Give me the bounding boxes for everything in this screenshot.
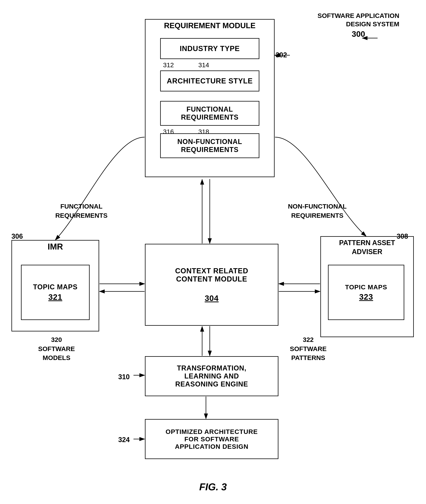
imr-label: IMR — [11, 242, 99, 251]
software-patterns-num: 322 — [290, 335, 327, 344]
transform-label: TRANSFORMATION,LEARNING ANDREASONING ENG… — [175, 364, 248, 388]
non-func-req-connection-label: NON-FUNCTIONALREQUIREMENTS — [288, 202, 347, 220]
transform-engine-box: TRANSFORMATION,LEARNING ANDREASONING ENG… — [145, 356, 278, 396]
label-314: 314 — [198, 61, 209, 69]
context-module-number: 304 — [175, 294, 248, 303]
func-req-label: FUNCTIONALREQUIREMENTS — [181, 105, 239, 121]
topic-maps-321-box: TOPIC MAPS 321 — [21, 265, 90, 320]
diagram: SOFTWARE APPLICATIONDESIGN SYSTEM 300 RE… — [0, 0, 426, 504]
func-req-box: FUNCTIONALREQUIREMENTS — [160, 101, 259, 126]
func-req-connection-label: FUNCTIONALREQUIREMENTS — [55, 202, 107, 220]
label-308: 308 — [397, 232, 408, 240]
non-func-req-label: NON-FUNCTIONALREQUIREMENTS — [177, 138, 242, 154]
topic-maps-323-label: TOPIC MAPS — [345, 283, 387, 291]
industry-type-label: INDUSTRY TYPE — [180, 45, 240, 53]
label-324: 324 — [118, 436, 130, 444]
industry-type-box: INDUSTRY TYPE — [160, 38, 259, 59]
software-patterns-label: 322 SOFTWAREPATTERNS — [290, 335, 327, 362]
opt-arch-box: OPTIMIZED ARCHITECTUREFOR SOFTWAREAPPLIC… — [145, 419, 278, 459]
label-318: 318 — [198, 128, 209, 135]
sads-label: SOFTWARE APPLICATIONDESIGN SYSTEM 300 — [318, 11, 399, 39]
software-models-text: SOFTWAREMODELS — [38, 344, 75, 362]
label-310: 310 — [118, 373, 130, 381]
fig-label: FIG. 3 — [199, 481, 227, 493]
software-models-label: 320 SOFTWAREMODELS — [38, 335, 75, 362]
software-patterns-text: SOFTWAREPATTERNS — [290, 344, 327, 362]
context-module-label: CONTEXT RELATEDCONTENT MODULE — [175, 267, 248, 283]
opt-arch-label: OPTIMIZED ARCHITECTUREFOR SOFTWAREAPPLIC… — [165, 428, 258, 450]
topic-maps-323-number: 323 — [345, 292, 387, 302]
pattern-label: PATTERN ASSETADVISER — [320, 238, 414, 256]
context-module-box: CONTEXT RELATEDCONTENT MODULE 304 — [145, 244, 278, 326]
arch-style-box: ARCHITECTURE STYLE — [160, 70, 259, 91]
arch-style-label: ARCHITECTURE STYLE — [167, 77, 253, 85]
label-312: 312 — [163, 61, 174, 69]
topic-maps-321-label: TOPIC MAPS — [33, 283, 78, 291]
topic-maps-321-number: 321 — [33, 293, 78, 302]
topic-maps-323-box: TOPIC MAPS 323 — [328, 265, 404, 320]
non-func-req-box: NON-FUNCTIONALREQUIREMENTS — [160, 133, 259, 158]
requirement-module-label: REQUIREMENT MODULE — [145, 21, 275, 30]
label-306: 306 — [11, 232, 23, 240]
sads-number: 300 — [318, 29, 399, 39]
label-302: 302 — [276, 51, 287, 59]
sads-name: SOFTWARE APPLICATIONDESIGN SYSTEM — [318, 11, 399, 28]
software-models-num: 320 — [38, 335, 75, 344]
